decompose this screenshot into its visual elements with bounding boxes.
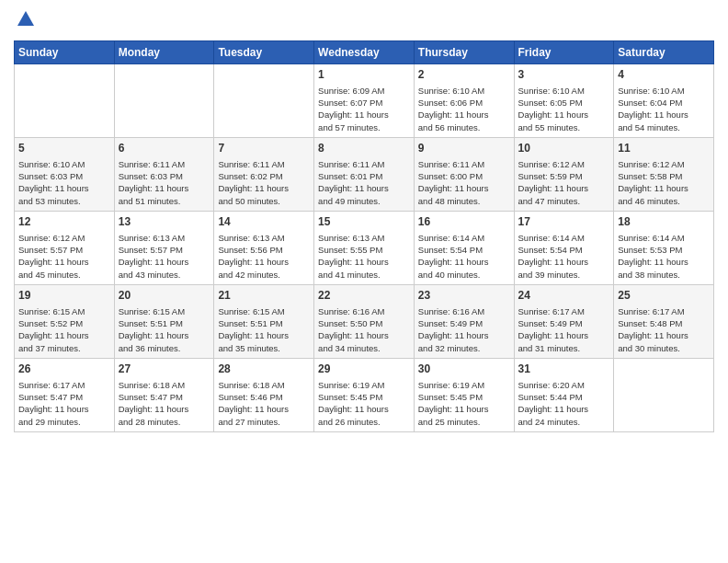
day-info: Sunrise: 6:13 AMSunset: 5:56 PMDaylight:… <box>218 232 310 281</box>
svg-marker-0 <box>17 11 34 26</box>
calendar-cell: 23Sunrise: 6:16 AMSunset: 5:49 PMDayligh… <box>414 285 514 359</box>
day-number: 11 <box>618 141 710 156</box>
day-number: 31 <box>518 362 610 377</box>
calendar-cell: 21Sunrise: 6:15 AMSunset: 5:51 PMDayligh… <box>214 285 314 359</box>
calendar-cell: 16Sunrise: 6:14 AMSunset: 5:54 PMDayligh… <box>414 212 514 285</box>
day-info: Sunrise: 6:10 AMSunset: 6:03 PMDaylight:… <box>18 158 110 207</box>
calendar-cell: 17Sunrise: 6:14 AMSunset: 5:54 PMDayligh… <box>514 212 614 285</box>
day-number: 21 <box>218 288 310 304</box>
weekday-header-thursday: Thursday <box>414 41 514 64</box>
day-info: Sunrise: 6:15 AMSunset: 5:51 PMDaylight:… <box>119 305 210 354</box>
logo-icon <box>16 9 36 29</box>
day-info: Sunrise: 6:15 AMSunset: 5:51 PMDaylight:… <box>218 305 310 354</box>
week-row-5: 26Sunrise: 6:17 AMSunset: 5:47 PMDayligh… <box>15 359 714 432</box>
day-info: Sunrise: 6:11 AMSunset: 6:00 PMDaylight:… <box>418 158 510 207</box>
day-info: Sunrise: 6:12 AMSunset: 5:59 PMDaylight:… <box>518 158 610 207</box>
calendar-cell: 10Sunrise: 6:12 AMSunset: 5:59 PMDayligh… <box>514 138 614 212</box>
calendar-cell: 12Sunrise: 6:12 AMSunset: 5:57 PMDayligh… <box>15 212 115 285</box>
day-number: 1 <box>318 67 410 83</box>
weekday-header-tuesday: Tuesday <box>214 41 314 64</box>
calendar-cell: 26Sunrise: 6:17 AMSunset: 5:47 PMDayligh… <box>15 359 115 432</box>
weekday-header-wednesday: Wednesday <box>314 41 415 64</box>
calendar-cell: 8Sunrise: 6:11 AMSunset: 6:01 PMDaylight… <box>314 138 415 212</box>
day-info: Sunrise: 6:17 AMSunset: 5:47 PMDaylight:… <box>18 379 110 428</box>
week-row-2: 5Sunrise: 6:10 AMSunset: 6:03 PMDaylight… <box>15 138 714 212</box>
calendar-cell: 4Sunrise: 6:10 AMSunset: 6:04 PMDaylight… <box>614 64 714 138</box>
calendar-cell: 24Sunrise: 6:17 AMSunset: 5:49 PMDayligh… <box>514 285 614 359</box>
day-info: Sunrise: 6:17 AMSunset: 5:49 PMDaylight:… <box>518 305 610 354</box>
day-number: 10 <box>518 141 610 156</box>
weekday-header-saturday: Saturday <box>614 41 714 64</box>
calendar-cell: 3Sunrise: 6:10 AMSunset: 6:05 PMDaylight… <box>514 64 614 138</box>
day-number: 17 <box>518 214 610 230</box>
weekday-header-sunday: Sunday <box>15 41 115 64</box>
calendar-header: SundayMondayTuesdayWednesdayThursdayFrid… <box>15 41 714 64</box>
day-number: 7 <box>218 141 310 156</box>
calendar: SundayMondayTuesdayWednesdayThursdayFrid… <box>14 40 714 432</box>
week-row-3: 12Sunrise: 6:12 AMSunset: 5:57 PMDayligh… <box>15 212 714 285</box>
day-number: 29 <box>318 362 410 377</box>
calendar-cell: 5Sunrise: 6:10 AMSunset: 6:03 PMDaylight… <box>15 138 115 212</box>
day-number: 2 <box>418 67 510 83</box>
weekday-row: SundayMondayTuesdayWednesdayThursdayFrid… <box>15 41 714 64</box>
calendar-cell <box>214 64 314 138</box>
day-info: Sunrise: 6:19 AMSunset: 5:45 PMDaylight:… <box>418 379 510 428</box>
day-number: 18 <box>618 214 710 230</box>
day-info: Sunrise: 6:20 AMSunset: 5:44 PMDaylight:… <box>518 379 610 428</box>
weekday-header-monday: Monday <box>114 41 214 64</box>
calendar-cell <box>614 359 714 432</box>
calendar-cell: 18Sunrise: 6:14 AMSunset: 5:53 PMDayligh… <box>614 212 714 285</box>
day-info: Sunrise: 6:17 AMSunset: 5:48 PMDaylight:… <box>618 305 710 354</box>
day-number: 4 <box>618 67 710 83</box>
calendar-cell: 11Sunrise: 6:12 AMSunset: 5:58 PMDayligh… <box>614 138 714 212</box>
weekday-header-friday: Friday <box>514 41 614 64</box>
day-info: Sunrise: 6:12 AMSunset: 5:57 PMDaylight:… <box>18 232 110 281</box>
day-number: 27 <box>119 362 210 377</box>
week-row-4: 19Sunrise: 6:15 AMSunset: 5:52 PMDayligh… <box>15 285 714 359</box>
day-number: 9 <box>418 141 510 156</box>
day-info: Sunrise: 6:14 AMSunset: 5:54 PMDaylight:… <box>518 232 610 281</box>
calendar-cell <box>15 64 115 138</box>
calendar-cell: 28Sunrise: 6:18 AMSunset: 5:46 PMDayligh… <box>214 359 314 432</box>
calendar-cell: 31Sunrise: 6:20 AMSunset: 5:44 PMDayligh… <box>514 359 614 432</box>
day-info: Sunrise: 6:13 AMSunset: 5:55 PMDaylight:… <box>318 232 410 281</box>
day-info: Sunrise: 6:12 AMSunset: 5:58 PMDaylight:… <box>618 158 710 207</box>
calendar-cell: 1Sunrise: 6:09 AMSunset: 6:07 PMDaylight… <box>314 64 415 138</box>
week-row-1: 1Sunrise: 6:09 AMSunset: 6:07 PMDaylight… <box>15 64 714 138</box>
day-number: 28 <box>218 362 310 377</box>
day-number: 16 <box>418 214 510 230</box>
day-number: 30 <box>418 362 510 377</box>
day-info: Sunrise: 6:10 AMSunset: 6:05 PMDaylight:… <box>518 85 610 133</box>
day-number: 8 <box>318 141 410 156</box>
calendar-cell: 7Sunrise: 6:11 AMSunset: 6:02 PMDaylight… <box>214 138 314 212</box>
day-info: Sunrise: 6:18 AMSunset: 5:47 PMDaylight:… <box>119 379 210 428</box>
day-number: 3 <box>518 67 610 83</box>
day-info: Sunrise: 6:13 AMSunset: 5:57 PMDaylight:… <box>119 232 210 281</box>
calendar-cell: 27Sunrise: 6:18 AMSunset: 5:47 PMDayligh… <box>114 359 214 432</box>
calendar-cell: 22Sunrise: 6:16 AMSunset: 5:50 PMDayligh… <box>314 285 415 359</box>
day-info: Sunrise: 6:19 AMSunset: 5:45 PMDaylight:… <box>318 379 410 428</box>
day-number: 23 <box>418 288 510 304</box>
day-number: 19 <box>18 288 110 304</box>
calendar-cell: 29Sunrise: 6:19 AMSunset: 5:45 PMDayligh… <box>314 359 415 432</box>
day-info: Sunrise: 6:14 AMSunset: 5:54 PMDaylight:… <box>418 232 510 281</box>
page-header <box>14 9 714 33</box>
day-number: 5 <box>18 141 110 156</box>
day-info: Sunrise: 6:09 AMSunset: 6:07 PMDaylight:… <box>318 85 410 133</box>
day-number: 12 <box>18 214 110 230</box>
calendar-cell: 30Sunrise: 6:19 AMSunset: 5:45 PMDayligh… <box>414 359 514 432</box>
day-info: Sunrise: 6:11 AMSunset: 6:02 PMDaylight:… <box>218 158 310 207</box>
day-number: 13 <box>119 214 210 230</box>
day-number: 24 <box>518 288 610 304</box>
day-number: 20 <box>119 288 210 304</box>
calendar-cell: 14Sunrise: 6:13 AMSunset: 5:56 PMDayligh… <box>214 212 314 285</box>
day-number: 6 <box>119 141 210 156</box>
calendar-cell <box>114 64 214 138</box>
calendar-cell: 2Sunrise: 6:10 AMSunset: 6:06 PMDaylight… <box>414 64 514 138</box>
day-info: Sunrise: 6:11 AMSunset: 6:03 PMDaylight:… <box>119 158 210 207</box>
day-info: Sunrise: 6:16 AMSunset: 5:50 PMDaylight:… <box>318 305 410 354</box>
calendar-cell: 19Sunrise: 6:15 AMSunset: 5:52 PMDayligh… <box>15 285 115 359</box>
calendar-cell: 6Sunrise: 6:11 AMSunset: 6:03 PMDaylight… <box>114 138 214 212</box>
day-info: Sunrise: 6:16 AMSunset: 5:49 PMDaylight:… <box>418 305 510 354</box>
calendar-cell: 20Sunrise: 6:15 AMSunset: 5:51 PMDayligh… <box>114 285 214 359</box>
